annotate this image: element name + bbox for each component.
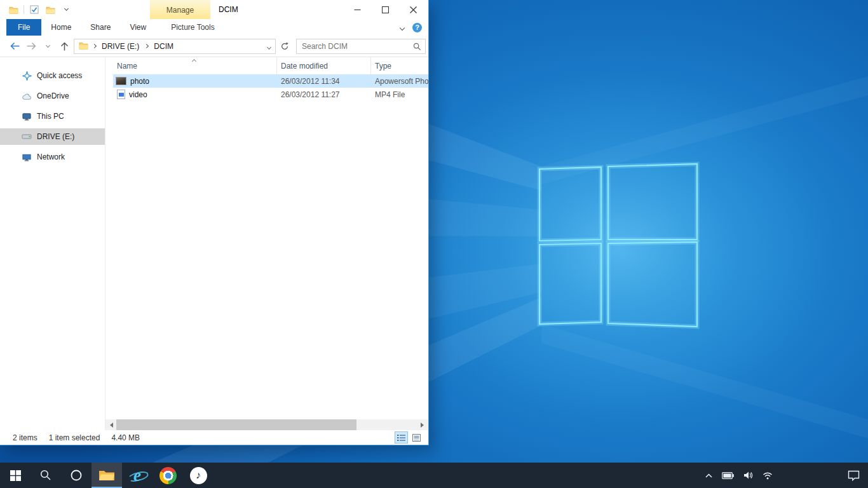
video-file-icon (117, 90, 125, 99)
toolbar-separator (24, 5, 24, 14)
taskbar-internet-explorer-button[interactable]: e (122, 463, 153, 488)
sidebar-item-this-pc[interactable]: This PC (0, 108, 105, 125)
tab-view[interactable]: View (120, 19, 156, 36)
maximize-button[interactable] (371, 0, 399, 19)
help-icon[interactable]: ? (412, 23, 422, 32)
forward-icon[interactable] (23, 38, 39, 55)
file-explorer-window: Manage DCIM File Home Share View Picture… (0, 0, 429, 445)
address-dropdown-chevron-icon[interactable] (268, 42, 271, 51)
horizontal-scrollbar[interactable] (105, 419, 428, 430)
selection-size: 4.40 MB (111, 433, 140, 442)
search-box (296, 39, 426, 54)
file-explorer-icon (98, 469, 115, 482)
column-header-date-modified[interactable]: Date modified (277, 57, 371, 74)
new-folder-icon[interactable] (44, 4, 56, 15)
tab-home[interactable]: Home (41, 19, 81, 36)
sidebar-item-label: This PC (37, 112, 64, 121)
taskbar-file-explorer-button[interactable] (92, 463, 122, 488)
file-name: photo (130, 77, 149, 86)
recent-locations-chevron-icon[interactable] (39, 38, 56, 55)
tab-picture-tools[interactable]: Picture Tools (161, 19, 224, 36)
window-title: DCIM (219, 0, 238, 19)
breadcrumb-chevron-icon[interactable] (92, 44, 97, 48)
search-input[interactable] (297, 39, 425, 53)
status-bar: 2 items 1 item selected 4.40 MB (0, 430, 428, 445)
sidebar-item-drive-e[interactable]: DRIVE (E:) (0, 128, 105, 145)
back-icon[interactable] (6, 38, 23, 55)
file-name: video (129, 90, 147, 99)
sidebar-item-network[interactable]: Network (0, 149, 105, 165)
sidebar-item-onedrive[interactable]: OneDrive (0, 88, 105, 104)
breadcrumb-segment-dcim[interactable]: DCIM (153, 42, 175, 51)
sort-ascending-icon (191, 59, 196, 64)
folder-icon[interactable] (8, 4, 19, 15)
address-bar[interactable]: DRIVE (E:) DCIM (74, 39, 276, 54)
internet-explorer-icon: e (128, 466, 147, 485)
star-icon (22, 71, 32, 81)
search-icon (40, 470, 51, 481)
network-icon[interactable] (763, 471, 773, 480)
desktop: Manage DCIM File Home Share View Picture… (0, 0, 868, 488)
sidebar-item-label: OneDrive (37, 92, 69, 100)
system-tray (705, 463, 773, 488)
empty-area[interactable] (105, 101, 428, 419)
network-icon (22, 152, 32, 162)
file-date-modified: 26/03/2012 11:34 (277, 77, 371, 86)
column-header-name[interactable]: Name (113, 57, 277, 74)
drive-icon (22, 132, 32, 142)
action-center-icon[interactable] (848, 463, 860, 488)
manage-contextual-tab[interactable]: Manage (150, 0, 210, 19)
cloud-icon (22, 91, 32, 101)
up-icon[interactable] (56, 38, 72, 55)
file-type: MP4 File (371, 90, 428, 99)
battery-icon[interactable] (722, 472, 734, 479)
scrollbar-track[interactable] (116, 419, 417, 430)
scrollbar-thumb[interactable] (116, 419, 356, 430)
chrome-icon (159, 467, 177, 484)
windows-logo-icon (10, 470, 21, 481)
cortana-icon (70, 469, 83, 482)
taskbar-chrome-button[interactable] (153, 463, 183, 488)
file-list-area: Name Date modified Type photo 26/03/2012… (105, 57, 428, 430)
search-icon[interactable] (413, 43, 421, 53)
scroll-right-icon[interactable] (417, 419, 428, 430)
quick-access-toolbar (8, 0, 72, 19)
details-view-button[interactable] (395, 431, 408, 444)
show-hidden-icons-chevron-icon[interactable] (705, 473, 712, 478)
navigation-pane: Quick access OneDrive This PC (0, 57, 105, 430)
close-button[interactable] (399, 0, 427, 19)
column-headers: Name Date modified Type (105, 57, 428, 74)
view-toggles (395, 431, 423, 444)
taskbar-search-button[interactable] (31, 463, 61, 488)
breadcrumb-chevron-icon[interactable] (144, 44, 149, 48)
file-type: Apowersoft Pho (371, 77, 428, 86)
address-row: DRIVE (E:) DCIM (0, 36, 428, 57)
column-header-type[interactable]: Type (371, 57, 428, 74)
taskbar: e ♪ (0, 463, 868, 488)
sidebar-item-label: Network (37, 152, 65, 161)
start-button[interactable] (0, 463, 31, 488)
minimize-button[interactable] (343, 0, 371, 19)
refresh-icon[interactable] (277, 39, 292, 54)
folder-icon (79, 41, 88, 51)
volume-icon[interactable] (743, 471, 753, 480)
ribbon-right-controls: ? (400, 19, 422, 36)
file-row-photo[interactable]: photo 26/03/2012 11:34 Apowersoft Pho (113, 74, 428, 88)
breadcrumb-segment-drive[interactable]: DRIVE (E:) (100, 42, 140, 51)
tab-file[interactable]: File (6, 19, 41, 36)
computer-icon (22, 111, 32, 121)
itunes-icon: ♪ (190, 467, 207, 484)
tab-share[interactable]: Share (81, 19, 120, 36)
scroll-left-icon[interactable] (105, 419, 116, 430)
taskbar-itunes-button[interactable]: ♪ (183, 463, 214, 488)
explorer-body: Quick access OneDrive This PC (0, 57, 428, 430)
file-date-modified: 26/03/2012 11:27 (277, 90, 371, 99)
ribbon-collapse-chevron-icon[interactable] (400, 23, 404, 32)
cortana-button[interactable] (61, 463, 92, 488)
sidebar-item-quick-access[interactable]: Quick access (0, 67, 105, 84)
large-icons-view-button[interactable] (410, 431, 423, 444)
customize-quick-access-chevron-icon[interactable] (60, 4, 72, 15)
item-count: 2 items (13, 433, 37, 442)
properties-icon[interactable] (29, 4, 40, 15)
file-row-video[interactable]: video 26/03/2012 11:27 MP4 File (113, 88, 428, 101)
